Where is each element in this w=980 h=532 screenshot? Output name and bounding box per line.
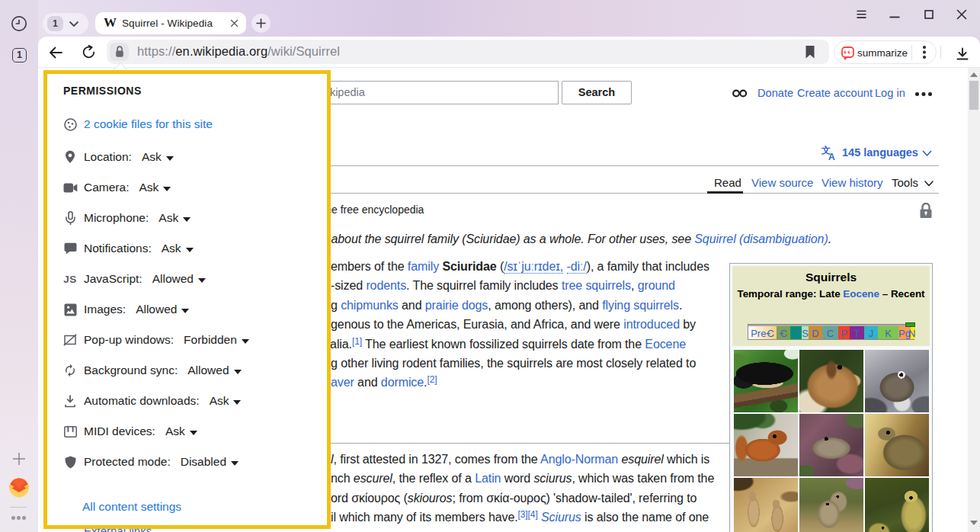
svg-text:A: A: [828, 152, 835, 161]
